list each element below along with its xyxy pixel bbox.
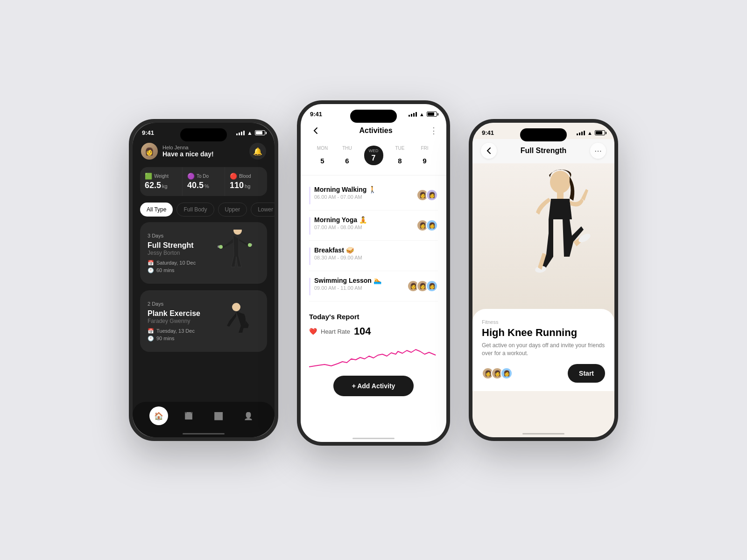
workout-2-meta: 📅 Tuesday, 13 Dec 🕐 90 mins xyxy=(148,328,200,342)
nav-home[interactable]: 🏠 xyxy=(149,406,168,425)
activity-swimming[interactable]: Swimming Lesson 🏊 09.00 AM - 11.00 AM 👩 … xyxy=(309,271,438,301)
nav-stats[interactable]: 📊 xyxy=(209,406,228,425)
greeting-sub: Have a nice day! xyxy=(162,150,214,158)
cal-day-fri[interactable]: FRI 9 xyxy=(417,146,433,168)
workout-2-image xyxy=(208,298,260,344)
activity-morning-walking[interactable]: Morning Walking 🚶 06.00 AM - 07.00 AM 👩 … xyxy=(309,180,438,210)
activities-list: Morning Walking 🚶 06.00 AM - 07.00 AM 👩 … xyxy=(301,175,446,306)
start-button[interactable]: Start xyxy=(568,364,605,383)
heart-label: Heart Rate xyxy=(321,328,350,335)
battery-icon-1 xyxy=(255,130,265,135)
p2-header: Activities ⋮ xyxy=(301,120,446,142)
todays-report: Today's Report ❤️ Heart Rate 104 + Add A… xyxy=(301,306,446,404)
dynamic-island-2 xyxy=(350,110,397,123)
detail-card: Fitness High Knee Running Get active on … xyxy=(472,309,614,391)
battery-icon-2 xyxy=(427,112,437,117)
workout-cards: 3 Days Full Strenght Jessy Borton 📅 Satu… xyxy=(133,222,275,358)
p1-header: 👩 Helo Jenna Have a nice day! 🔔 xyxy=(133,139,275,165)
dynamic-island-1 xyxy=(180,128,227,141)
svg-rect-7 xyxy=(557,192,564,199)
battery-icon-3 xyxy=(595,130,605,135)
filter-lower[interactable]: Lower xyxy=(251,203,275,217)
detail-bottom: 👩 👩 👩 Start xyxy=(482,364,605,383)
stat-todo: 🟣 To Do 40.5 % xyxy=(183,167,225,196)
workout-1-days: 3 Days xyxy=(148,233,196,238)
workout-card-1[interactable]: 3 Days Full Strenght Jessy Borton 📅 Satu… xyxy=(140,222,267,284)
report-title: Today's Report xyxy=(309,313,438,321)
workout-1-meta: 📅 Saturday, 10 Dec 🕐 60 mins xyxy=(148,260,196,273)
activity-morning-yoga[interactable]: Morning Yoga 🧘 07.00 AM - 08.00 AM 👩 👩 xyxy=(309,210,438,241)
workout-2-days: 2 Days xyxy=(148,301,200,307)
phone-2: 9:41 ▲ xyxy=(297,100,450,446)
calendar-strip: MON 5 THU 6 WED 7 TUE 8 xyxy=(301,142,446,175)
svg-point-5 xyxy=(232,303,240,311)
activity-breakfast[interactable]: Breakfast 🥪 08.30 AM - 09.00 AM xyxy=(309,241,438,271)
wifi-icon-1: ▲ xyxy=(247,130,253,136)
activity-0-avatars: 👩 👩 xyxy=(416,189,438,201)
category-label: Fitness xyxy=(482,319,605,325)
nav-calendar[interactable]: 📅 xyxy=(179,406,198,425)
workout-1-image xyxy=(208,230,260,276)
exercise-avatars: 👩 👩 👩 xyxy=(482,367,513,379)
svg-point-0 xyxy=(233,230,242,235)
activity-3-avatars: 👩 👩 👩 xyxy=(407,280,438,292)
nav-profile[interactable]: 👤 xyxy=(239,406,258,425)
phone-1: 9:41 ▲ 👩 xyxy=(129,119,278,441)
cal-day-mon[interactable]: MON 5 xyxy=(315,146,331,168)
heart-value: 104 xyxy=(354,325,371,337)
page-title-p3: Full Strength xyxy=(521,147,567,155)
stat-blood: 🔴 Blood 110 hg xyxy=(225,167,267,196)
p3-more-button[interactable]: ⋯ xyxy=(590,143,606,159)
bottom-nav: 🏠 📅 📊 👤 xyxy=(133,402,275,437)
cal-day-tue[interactable]: TUE 8 xyxy=(392,146,408,168)
page-title-activities: Activities xyxy=(359,126,392,135)
workout-2-author: Faradey Gwenny xyxy=(148,318,200,324)
svg-point-6 xyxy=(550,171,571,193)
greeting-label: Helo Jenna xyxy=(162,145,214,150)
filter-upper[interactable]: Upper xyxy=(218,203,247,217)
time-1: 9:41 xyxy=(142,129,154,136)
exercise-desc: Get active on your days off and invite y… xyxy=(482,342,605,357)
more-options-button[interactable]: ⋮ xyxy=(430,126,438,136)
p3-header: Full Strength ⋯ xyxy=(472,139,614,163)
workout-2-title: Plank Exercise xyxy=(148,309,200,318)
svg-point-4 xyxy=(248,243,252,247)
stat-weight: 🟩 Weight 62.5 kg xyxy=(140,167,183,196)
p3-back-button[interactable] xyxy=(481,143,497,159)
dynamic-island-3 xyxy=(520,128,567,141)
home-bar-1 xyxy=(183,433,225,434)
filter-all-type[interactable]: All Type xyxy=(140,203,173,217)
exercise-title: High Knee Running xyxy=(482,327,605,339)
signal-icon-2 xyxy=(409,112,417,117)
phone-3: 9:41 ▲ xyxy=(469,119,618,441)
add-activity-button[interactable]: + Add Activity xyxy=(333,376,414,396)
heart-rate-chart xyxy=(309,341,438,369)
cal-day-wed-active[interactable]: WED 7 xyxy=(364,146,383,168)
wifi-icon-3: ▲ xyxy=(587,130,592,136)
home-bar-2 xyxy=(352,438,395,439)
notification-button[interactable]: 🔔 xyxy=(249,143,266,160)
filter-row: All Type Full Body Upper Lower Hands xyxy=(133,203,275,222)
activity-1-avatars: 👩 👩 xyxy=(416,219,438,231)
stats-row: 🟩 Weight 62.5 kg 🟣 To Do 40.5 % 🔴 Blood xyxy=(140,167,267,196)
back-button[interactable] xyxy=(309,124,322,137)
filter-full-body[interactable]: Full Body xyxy=(176,203,214,217)
home-bar-3 xyxy=(522,433,564,434)
signal-icon-1 xyxy=(236,131,245,135)
signal-icon-3 xyxy=(577,131,585,135)
time-2: 9:41 xyxy=(310,111,322,118)
time-3: 9:41 xyxy=(482,129,494,136)
cal-day-thu[interactable]: THU 6 xyxy=(339,146,355,168)
workout-card-2[interactable]: 2 Days Plank Exercise Faradey Gwenny 📅 T… xyxy=(140,290,267,352)
workout-1-author: Jessy Borton xyxy=(148,250,196,256)
user-avatar: 👩 xyxy=(141,143,158,160)
svg-point-3 xyxy=(219,245,223,249)
heart-rate-row: ❤️ Heart Rate 104 xyxy=(309,325,438,337)
hero-image xyxy=(472,163,614,322)
wifi-icon-2: ▲ xyxy=(419,112,424,117)
workout-1-title: Full Strenght xyxy=(148,241,196,250)
